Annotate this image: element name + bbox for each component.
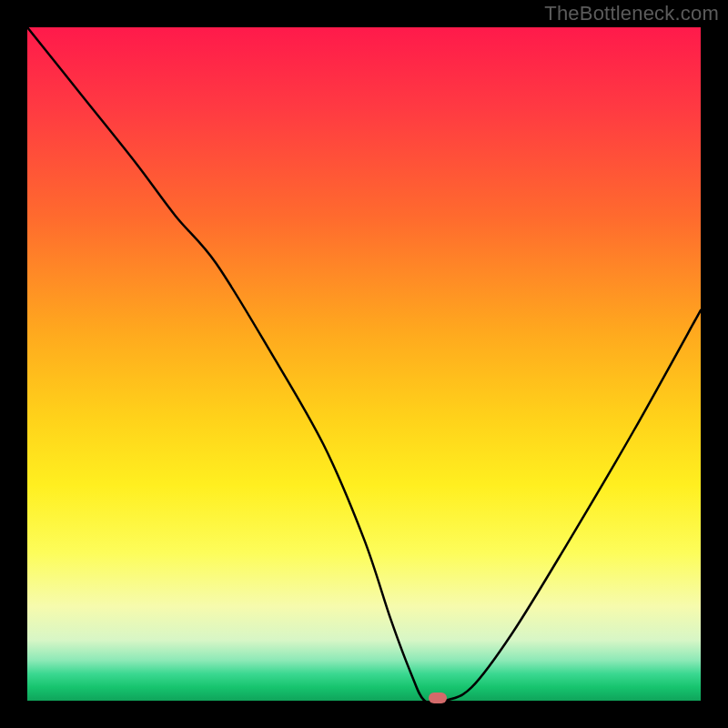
curve-path <box>27 27 701 701</box>
watermark-text: TheBottleneck.com <box>544 2 719 25</box>
chart-container: TheBottleneck.com <box>0 0 728 728</box>
plot-area <box>27 27 701 701</box>
bottleneck-curve <box>27 27 701 701</box>
optimal-marker <box>429 693 447 703</box>
